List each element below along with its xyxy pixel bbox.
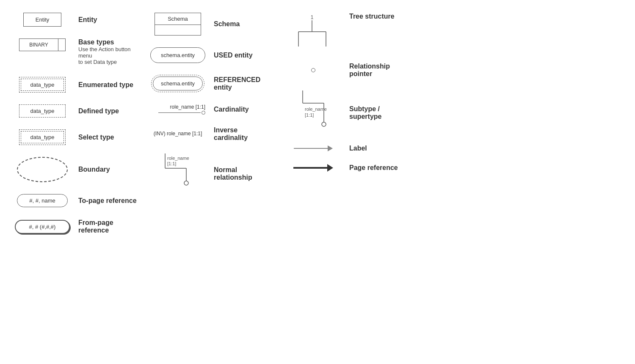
col-1: Entity Entity BINARY Base types Use the … — [8, 8, 144, 250]
tree-struct-symbol: 1 — [286, 13, 341, 51]
inv-card-symbol: (INV) role_name [1:1] — [150, 131, 205, 137]
arrow-line — [294, 148, 328, 149]
enum-symbol: data_type — [15, 77, 70, 93]
base-types-item: BINARY Base types Use the Action button … — [15, 38, 138, 65]
enum-outer: data_type — [19, 77, 66, 93]
tree-struct-svg: 1 — [290, 13, 337, 51]
card-line — [158, 111, 205, 115]
schema-entity-used: schema.entity — [150, 47, 205, 63]
svg-point-16 — [322, 122, 326, 126]
entity-item: Entity Entity — [15, 13, 138, 27]
page-ref-symbol — [286, 164, 341, 172]
cardinality-label: Cardinality — [214, 106, 249, 113]
subtype-item: role_name [1:1] Subtype / supertype — [286, 90, 409, 133]
schema-label: Schema — [214, 20, 240, 28]
svg-text:1: 1 — [311, 14, 314, 20]
from-page-text: #, # (#,#,#) — [29, 224, 56, 230]
schema-item: Schema Schema — [150, 13, 273, 36]
select-symbol: data_type — [15, 129, 70, 145]
boundary-symbol — [15, 157, 70, 182]
schema-box: Schema — [155, 13, 201, 36]
schema-entity-ref-outer: schema.entity — [151, 75, 204, 92]
base-types-sub: Use the Action button menuto set Data ty… — [78, 46, 138, 65]
cardinality-symbol: role_name [1:1] — [150, 104, 205, 115]
subtype-label: Subtype / supertype — [349, 105, 409, 120]
subtype-svg: role_name [1:1] — [290, 90, 337, 133]
entity-label: Entity — [78, 16, 97, 24]
to-page-symbol: #, #, name — [15, 194, 70, 207]
base-types-main: Base types — [78, 38, 138, 46]
entity-rect: Entity — [23, 13, 61, 27]
svg-text:[1:1]: [1:1] — [167, 161, 176, 166]
select-inner: data_type — [21, 131, 64, 143]
rel-pointer-symbol — [286, 68, 341, 72]
schema-entity-ref-inner: schema.entity — [153, 77, 203, 90]
select-label: Select type — [78, 134, 114, 141]
rel-pointer-item: Relationship pointer — [286, 63, 409, 78]
from-page-rect: #, # (#,#,#) — [15, 220, 70, 234]
defined-label: Defined type — [78, 107, 119, 115]
subtype-symbol: role_name [1:1] — [286, 90, 341, 133]
normal-rel-symbol: role_name [1:1] — [150, 153, 205, 187]
svg-text:role_name: role_name — [305, 107, 327, 112]
inv-card-label: Inverse cardinality — [214, 126, 273, 142]
ref-entity-item: schema.entity REFERENCED entity — [150, 75, 273, 92]
from-page-symbol: #, # (#,#,#) — [15, 220, 70, 234]
entity-symbol: Entity — [15, 13, 70, 27]
enum-text: data_type — [30, 82, 54, 88]
defined-symbol: data_type — [15, 104, 70, 118]
used-entity-text: schema.entity — [161, 52, 195, 58]
select-item: data_type Select type — [15, 129, 138, 145]
inv-card-label-text: (INV) role_name [1:1] — [154, 131, 202, 137]
defined-item: data_type Defined type — [15, 104, 138, 118]
used-entity-symbol: schema.entity — [150, 47, 205, 63]
boundary-item: Boundary — [15, 157, 138, 182]
normal-rel-label: Normal relationship — [214, 166, 273, 181]
card-circle — [202, 111, 205, 115]
card-hline — [158, 112, 201, 113]
inv-card-item: (INV) role_name [1:1] Inverse cardinalit… — [150, 126, 273, 142]
arrow-head — [328, 145, 333, 151]
to-page-label: To-page reference — [78, 197, 137, 205]
enum-label: Enumerated type — [78, 81, 133, 89]
base-types-label: Base types Use the Action button menuto … — [78, 38, 138, 65]
label-arrow-symbol — [286, 145, 341, 151]
from-page-label: From-page reference — [78, 219, 138, 234]
page-ref-item: Page reference — [286, 164, 409, 172]
normal-rel-svg: role_name [1:1] — [157, 153, 199, 187]
ref-entity-label: REFERENCED entity — [214, 76, 273, 91]
svg-point-5 — [184, 181, 188, 185]
defined-rect: data_type — [19, 104, 66, 118]
enum-inner: data_type — [21, 79, 64, 91]
binary-box: BINARY — [19, 38, 66, 51]
rel-pointer-label: Relationship pointer — [349, 63, 409, 78]
cardinality-item: role_name [1:1] Cardinality — [150, 104, 273, 115]
schema-symbol: Schema — [150, 13, 205, 36]
label-arrow-item: Label — [286, 145, 409, 152]
to-page-text: #, #, name — [29, 197, 55, 204]
select-text: data_type — [30, 134, 54, 140]
schema-top: Schema — [155, 13, 201, 25]
page-ref-arrow-shape — [293, 164, 333, 172]
tree-struct-item: 1 Tree structure — [286, 13, 409, 51]
used-entity-item: schema.entity USED entity — [150, 47, 273, 63]
tree-struct-label: Tree structure — [349, 13, 395, 20]
legend-grid: Entity Entity BINARY Base types Use the … — [8, 8, 627, 250]
col-3: 1 Tree structure Relation — [279, 8, 415, 188]
normal-rel-item: role_name [1:1] Normal relationship — [150, 153, 273, 187]
select-outer: data_type — [19, 129, 66, 145]
label-arrow-shape — [294, 145, 333, 151]
card-label-text: role_name [1:1] — [170, 104, 205, 110]
to-page-item: #, #, name To-page reference — [15, 194, 138, 207]
boundary-label: Boundary — [78, 166, 110, 173]
binary-right — [58, 39, 65, 51]
page-ref-label: Page reference — [349, 164, 398, 172]
schema-top-text: Schema — [168, 16, 188, 22]
boundary-ellipse — [17, 157, 68, 182]
svg-text:role_name: role_name — [167, 156, 189, 161]
ref-entity-symbol: schema.entity — [150, 75, 205, 92]
entity-rect-text: Entity — [36, 16, 50, 23]
label-arrow-label: Label — [349, 145, 367, 152]
from-page-item: #, # (#,#,#) From-page reference — [15, 219, 138, 234]
page-ref-arrow-line — [293, 167, 327, 169]
